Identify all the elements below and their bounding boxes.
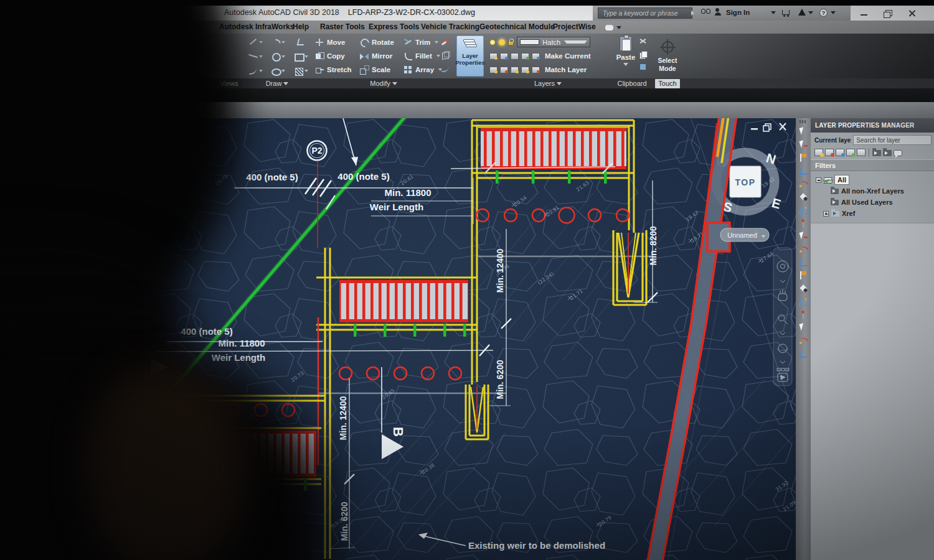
draw-panel-label[interactable]: Draw — [243, 79, 311, 88]
layer-properties-button[interactable]: Layer Properties — [456, 35, 484, 77]
ruler-3-icon[interactable] — [798, 349, 808, 358]
pin-2-icon[interactable] — [798, 310, 808, 319]
restore-button[interactable] — [884, 9, 892, 17]
tree-item-non-xref[interactable]: All non-Xref Layers — [831, 185, 932, 197]
new-group-filter-icon[interactable] — [883, 150, 892, 156]
tab-projectwise[interactable]: ProjectWise — [553, 22, 596, 31]
a360-icon[interactable] — [798, 9, 806, 16]
search-input[interactable] — [601, 9, 689, 17]
polygon-2-icon[interactable] — [798, 297, 808, 306]
new-frozen-layer-icon[interactable] — [825, 149, 834, 156]
match-layer-button[interactable]: Match Layer — [545, 66, 587, 73]
tree-item-all[interactable]: All — [816, 174, 932, 185]
modify-panel-label[interactable]: Modify — [314, 79, 453, 88]
scale-button[interactable]: Scale — [360, 65, 403, 74]
a360-dropdown-icon[interactable] — [808, 11, 813, 14]
fence-select-icon[interactable] — [798, 140, 808, 149]
layer-dropdown[interactable]: Hatch — [517, 37, 590, 47]
search-box[interactable] — [598, 7, 692, 19]
wcs-dropdown[interactable]: Unnamed — [720, 228, 769, 241]
tab-geotechnical-module[interactable]: Geotechnical Module — [479, 22, 555, 31]
sign-in-button[interactable]: Sign In — [726, 9, 750, 16]
store-cart-icon[interactable] — [782, 10, 790, 15]
layer-states-icon[interactable] — [500, 67, 508, 73]
paste-button[interactable]: Paste — [615, 36, 636, 77]
construction-line-tool-icon[interactable] — [248, 52, 258, 61]
diamond-2-icon[interactable] — [798, 284, 808, 293]
hatch-tool-icon[interactable] — [294, 67, 303, 76]
collapse-icon[interactable] — [816, 177, 821, 183]
stretch-button[interactable]: Stretch — [315, 65, 360, 74]
cut-icon[interactable] — [639, 37, 647, 45]
tab-raster-tools[interactable]: Raster Tools — [320, 22, 365, 31]
unisolate-layer-icon[interactable] — [489, 67, 498, 73]
select-mode-button[interactable]: Select Mode — [655, 37, 680, 72]
lock-layer-icon[interactable] — [521, 53, 529, 60]
freeze-layer-icon[interactable] — [500, 53, 508, 60]
new-property-filter-icon[interactable] — [872, 150, 881, 156]
isolate-layer-icon[interactable] — [489, 53, 498, 60]
ribbon-display-toggle-icon[interactable] — [605, 25, 613, 30]
sign-in-dropdown-icon[interactable] — [771, 11, 776, 14]
trim-button[interactable]: Trim — [403, 38, 437, 47]
tab-vehicle-tracking[interactable]: Vehicle Tracking — [421, 22, 479, 31]
tab-express-tools[interactable]: Express Tools — [369, 22, 419, 31]
layer-list-area[interactable] — [811, 223, 934, 560]
new-layer-icon[interactable] — [814, 149, 823, 156]
minimize-button[interactable] — [860, 9, 869, 17]
rotate-button[interactable]: Rotate — [360, 38, 403, 47]
arc-tool-icon[interactable] — [271, 37, 280, 47]
arc-tool-icon[interactable] — [798, 179, 808, 189]
ribbon-display-caret-icon[interactable] — [616, 26, 621, 29]
flag-markup-icon[interactable] — [798, 153, 808, 162]
layer-thaw-icon[interactable] — [499, 39, 505, 45]
viewport-minimize-icon[interactable] — [751, 128, 758, 130]
copy-button[interactable]: Copy — [315, 52, 360, 60]
help-icon[interactable]: ? — [819, 9, 828, 17]
circle-tool-icon[interactable] — [271, 52, 280, 61]
match-layer-icon[interactable] — [532, 67, 540, 73]
ruler-2-icon[interactable] — [798, 258, 808, 267]
lpm-title[interactable]: LAYER PROPERTIES MANAGER — [811, 118, 934, 133]
pin-marker-icon[interactable] — [798, 218, 808, 228]
layer-search-input[interactable] — [853, 135, 932, 145]
search-binoculars-icon[interactable] — [701, 9, 710, 14]
arc-3-icon[interactable] — [798, 336, 808, 345]
diamond-select-icon[interactable] — [798, 192, 808, 202]
rectangle-tool-icon[interactable] — [294, 52, 303, 61]
layer-walk-ic2on[interactable] — [511, 67, 519, 73]
layer-states-manager-icon[interactable] — [894, 150, 902, 156]
flag-2-icon[interactable] — [798, 271, 808, 280]
join-icon[interactable] — [441, 64, 450, 73]
make-current-icon[interactable] — [532, 53, 540, 60]
expand-icon[interactable] — [823, 211, 829, 217]
paste-special-icon[interactable] — [639, 63, 646, 70]
tab-help[interactable]: Help — [293, 22, 309, 31]
tree-item-used[interactable]: All Used Layers — [831, 197, 932, 208]
help-dropdown-icon[interactable] — [831, 11, 836, 14]
layer-settings-icon[interactable] — [857, 149, 866, 156]
close-button[interactable] — [908, 9, 917, 17]
navigation-bar[interactable] — [773, 248, 792, 386]
array-button[interactable]: Array — [403, 65, 437, 74]
copy-clip-icon[interactable] — [639, 50, 647, 58]
copy-to-layer-icon[interactable] — [521, 67, 529, 73]
move-button[interactable]: Move — [315, 38, 360, 47]
layers-panel-label[interactable]: Layers — [487, 79, 609, 88]
layer-unlock-icon[interactable] — [508, 41, 514, 45]
fillet-button[interactable]: Fillet — [403, 52, 437, 60]
select-arrow-icon[interactable] — [798, 127, 808, 136]
ellipse-tool-icon[interactable] — [271, 67, 280, 76]
polygon-tool-icon[interactable] — [798, 205, 808, 215]
toolbar-grip[interactable] — [800, 120, 807, 123]
select-arrow-red-icon[interactable] — [798, 231, 808, 241]
explode-icon[interactable] — [441, 50, 450, 59]
touch-panel-label[interactable]: Touch — [655, 79, 680, 88]
mirror-button[interactable]: Mirror — [360, 52, 403, 60]
make-current-button[interactable]: Make Current — [545, 52, 591, 60]
arrow-3-icon[interactable] — [798, 323, 808, 332]
delete-layer-icon[interactable] — [836, 149, 844, 156]
set-current-layer-icon[interactable] — [846, 149, 855, 156]
clipboard-panel-label[interactable]: Clipboard — [611, 79, 653, 88]
arc-tool-2-icon[interactable] — [798, 245, 808, 254]
